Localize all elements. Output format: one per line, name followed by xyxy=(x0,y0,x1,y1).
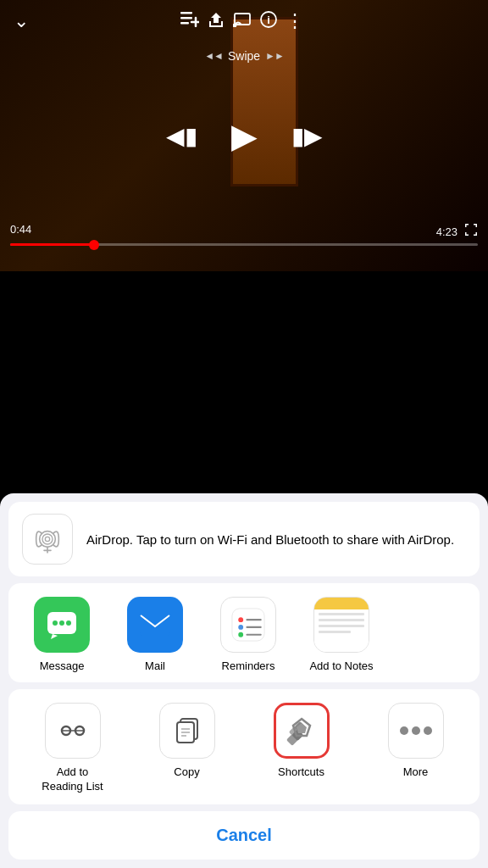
progress-fill xyxy=(10,243,94,246)
progress-bar-area: 0:44 4:23 xyxy=(10,223,478,246)
svg-point-11 xyxy=(45,537,49,542)
action-shortcuts[interactable]: Shortcuts xyxy=(244,703,358,794)
svg-point-6 xyxy=(233,24,236,26)
time-current: 0:44 xyxy=(10,223,31,240)
svg-rect-0 xyxy=(180,12,192,14)
action-more[interactable]: More xyxy=(358,703,473,794)
mail-icon xyxy=(127,597,183,653)
info-icon[interactable]: i xyxy=(260,11,277,32)
action-reading-list[interactable]: Add toReading List xyxy=(15,703,130,794)
shortcuts-icon-wrap xyxy=(274,703,330,759)
notes-label: Add to Notes xyxy=(309,659,373,672)
cancel-section: Cancel xyxy=(8,811,480,860)
svg-rect-2 xyxy=(180,22,189,25)
svg-point-17 xyxy=(66,620,71,626)
mail-label: Mail xyxy=(145,659,165,672)
reading-list-label: Add toReading List xyxy=(42,765,103,794)
notes-icon xyxy=(313,597,369,653)
cast-icon[interactable] xyxy=(233,12,252,31)
more-options-icon[interactable]: ⋮ xyxy=(286,10,305,32)
share-app-reminders[interactable]: Reminders xyxy=(202,597,295,672)
video-top-bar: ⌄ xyxy=(0,0,488,42)
share-sheet: AirDrop. Tap to turn on Wi-Fi and Blueto… xyxy=(0,493,488,868)
actions-section: Add toReading List Copy xyxy=(8,689,480,804)
skip-forward-icon[interactable]: ▮▶ xyxy=(291,122,323,150)
add-to-queue-icon[interactable] xyxy=(180,12,199,31)
apps-section: Message Mail xyxy=(8,583,480,682)
svg-rect-19 xyxy=(232,609,264,641)
share-icon[interactable] xyxy=(208,11,225,32)
progress-track[interactable] xyxy=(10,243,478,246)
svg-text:i: i xyxy=(267,14,270,26)
reading-list-icon-wrap xyxy=(45,703,101,759)
action-copy[interactable]: Copy xyxy=(130,703,244,794)
fullscreen-icon[interactable] xyxy=(464,223,478,240)
reminders-label: Reminders xyxy=(222,659,275,672)
shortcuts-label: Shortcuts xyxy=(278,765,324,780)
share-app-mail[interactable]: Mail xyxy=(108,597,202,672)
svg-point-24 xyxy=(238,632,243,637)
video-player: ⌄ xyxy=(0,0,488,271)
cancel-button[interactable]: Cancel xyxy=(8,811,480,860)
svg-rect-18 xyxy=(140,614,170,636)
svg-point-16 xyxy=(59,620,64,626)
more-label: More xyxy=(403,765,429,780)
svg-point-40 xyxy=(400,726,408,735)
video-controls: ◀▮ ▶ ▮▶ xyxy=(166,116,323,155)
play-button[interactable]: ▶ xyxy=(231,116,258,155)
airdrop-description: AirDrop. Tap to turn on Wi-Fi and Blueto… xyxy=(86,531,454,548)
svg-point-10 xyxy=(42,534,53,544)
message-label: Message xyxy=(40,659,85,672)
left-arrows-icon: ◄◄ xyxy=(204,50,223,62)
copy-label: Copy xyxy=(174,765,199,780)
svg-rect-1 xyxy=(180,17,192,19)
svg-point-42 xyxy=(424,726,432,735)
actions-row: Add toReading List Copy xyxy=(15,703,473,794)
progress-dot xyxy=(89,240,99,250)
share-app-notes[interactable]: Add to Notes xyxy=(295,597,388,672)
share-app-message[interactable]: Message xyxy=(15,597,108,672)
svg-point-15 xyxy=(53,620,58,626)
skip-back-icon[interactable]: ◀▮ xyxy=(166,122,197,150)
chevron-down-icon[interactable]: ⌄ xyxy=(14,10,29,32)
copy-icon-wrap xyxy=(159,703,215,759)
message-icon xyxy=(34,597,90,653)
more-icon-wrap xyxy=(388,703,444,759)
svg-point-22 xyxy=(238,625,243,630)
svg-point-41 xyxy=(412,726,420,735)
swipe-label: ◄◄ Swipe ►► xyxy=(204,49,284,63)
right-arrows-icon: ►► xyxy=(265,50,284,62)
svg-point-20 xyxy=(238,617,243,622)
airdrop-icon xyxy=(22,514,73,565)
reminders-icon xyxy=(220,597,276,653)
apps-row: Message Mail xyxy=(15,597,473,672)
airdrop-section: AirDrop. Tap to turn on Wi-Fi and Blueto… xyxy=(8,502,480,576)
time-total: 4:23 xyxy=(436,225,458,238)
